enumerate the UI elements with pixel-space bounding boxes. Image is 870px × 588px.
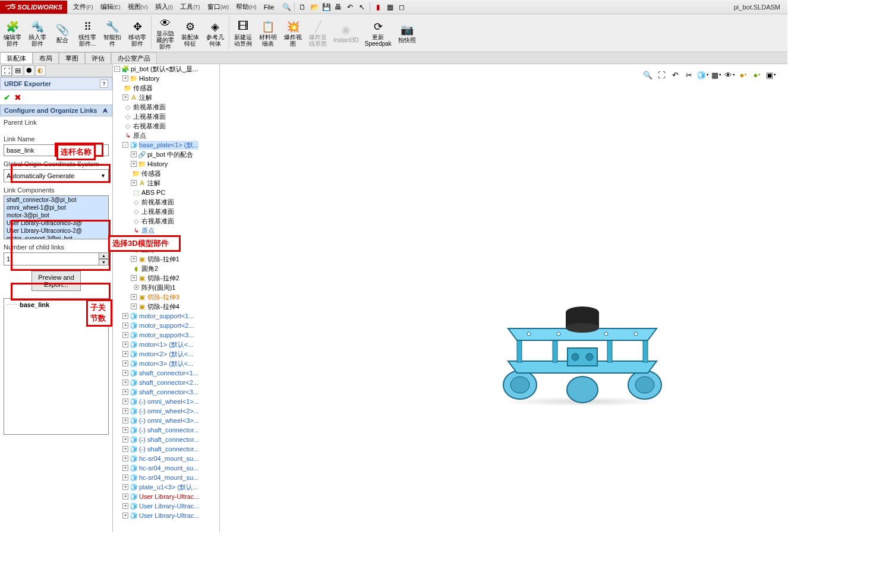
- menu-help[interactable]: 帮助(H): [232, 2, 260, 11]
- tree-item[interactable]: ◇前视基准面: [113, 102, 219, 112]
- tree-item[interactable]: ↳原点: [113, 131, 219, 140]
- tree-item[interactable]: 📁传感器: [113, 83, 219, 93]
- link-components-listbox[interactable]: shaft_connector-3@pi_bot omni_wheel-1@pi…: [4, 195, 109, 239]
- tree-item[interactable]: ◇上视基准面: [113, 112, 219, 121]
- edit-part-button[interactable]: 🧩编辑零 部件: [0, 14, 25, 52]
- tree-item[interactable]: +🧊(-) shaft_connector...: [113, 425, 219, 435]
- render-icon[interactable]: ▣: [765, 69, 777, 81]
- tree-item[interactable]: ⬚ABS PC: [113, 188, 219, 197]
- linear-pattern-button[interactable]: ⠿线性零 部件...: [75, 14, 100, 52]
- open-icon[interactable]: 📂: [309, 2, 320, 12]
- tree-item[interactable]: ⦿阵列(圆周)1: [113, 283, 219, 292]
- menu-file[interactable]: 文件(F): [70, 2, 97, 11]
- menu-window[interactable]: 窗口(W): [204, 2, 233, 11]
- tree-item[interactable]: +🧊motor<3> (默认<...: [113, 359, 219, 368]
- scene-icon[interactable]: ●: [751, 69, 763, 81]
- capture-icon[interactable]: ◻: [396, 2, 407, 12]
- tree-item[interactable]: +🧊(-) omni_wheel<3>...: [113, 416, 219, 425]
- expand-icon[interactable]: +: [122, 389, 128, 395]
- tree-item[interactable]: +🧊motor<2> (默认<...: [113, 349, 219, 359]
- spinner-up-icon[interactable]: ▲: [99, 252, 109, 259]
- expand-icon[interactable]: +: [122, 380, 128, 385]
- smart-fastener-button[interactable]: 🔧智能扣 件: [100, 14, 125, 52]
- menu-view[interactable]: 视图(V): [124, 2, 152, 11]
- cancel-icon[interactable]: ✖: [14, 93, 21, 102]
- link-tree-root[interactable]: base_link: [20, 301, 49, 308]
- menu-insert[interactable]: 插入(I): [152, 2, 177, 11]
- tree-item[interactable]: +📁History: [113, 159, 219, 169]
- new-motion-button[interactable]: 🎞新建运 动算例: [231, 14, 256, 52]
- tree-item[interactable]: +🔗pi_bot 中的配合: [113, 150, 219, 159]
- rebuild-icon[interactable]: ▮: [373, 2, 383, 12]
- tree-item[interactable]: +🧊(-) shaft_connector...: [113, 435, 219, 444]
- insert-part-button[interactable]: 🔩插入零 部件: [25, 14, 50, 52]
- expand-icon[interactable]: -: [122, 142, 128, 148]
- tree-item[interactable]: +🧊motor_support<1...: [113, 311, 219, 321]
- expand-icon[interactable]: +: [122, 484, 128, 490]
- exploded-button[interactable]: 💥爆炸视 图: [280, 14, 305, 52]
- tree-item[interactable]: +🧊(-) omni_wheel<1>...: [113, 397, 219, 406]
- tree-item[interactable]: +🧊motor_support<3...: [113, 330, 219, 340]
- ok-icon[interactable]: ✔: [4, 93, 11, 102]
- preview-export-button[interactable]: Preview and Export...: [31, 271, 81, 291]
- instant3d-button[interactable]: ◉Instant3D: [330, 14, 362, 52]
- expand-icon[interactable]: +: [122, 475, 128, 480]
- expand-icon[interactable]: +: [122, 399, 128, 404]
- tree-item[interactable]: +🧊(-) shaft_connector...: [113, 444, 219, 454]
- assembly-feat-button[interactable]: ⚙装配体 特征: [178, 14, 203, 52]
- select-icon[interactable]: ↖: [357, 2, 367, 12]
- tree-item[interactable]: +🧊hc-sr04_mount_su...: [113, 463, 219, 473]
- tree-item[interactable]: +▣切除-拉伸3: [113, 292, 219, 302]
- collapse-icon[interactable]: ⮝: [103, 108, 108, 113]
- expand-icon[interactable]: +: [131, 237, 137, 243]
- link-name-input[interactable]: [4, 144, 109, 156]
- expand-icon[interactable]: +: [122, 513, 128, 519]
- expand-icon[interactable]: +: [122, 351, 128, 357]
- tree-item[interactable]: +A注解: [113, 178, 219, 188]
- menu-file2[interactable]: File: [260, 4, 278, 11]
- expand-icon[interactable]: +: [122, 370, 128, 376]
- tree-item[interactable]: +A注解: [113, 93, 219, 102]
- ref-geom-button[interactable]: ◈参考几 何体: [203, 14, 228, 52]
- expand-icon[interactable]: +: [122, 332, 128, 338]
- expand-icon[interactable]: +: [131, 256, 137, 262]
- expand-icon[interactable]: +: [122, 418, 128, 423]
- snapshot-button[interactable]: 📷拍快照: [395, 14, 420, 52]
- num-child-input[interactable]: [4, 252, 99, 265]
- expand-icon[interactable]: +: [131, 151, 137, 157]
- tree-root[interactable]: -🧩pi_bot (默认<默认_显...: [113, 64, 219, 74]
- expand-icon[interactable]: +: [122, 361, 128, 366]
- tab-evaluate[interactable]: 评估: [85, 52, 111, 64]
- tree-item[interactable]: ◇上视基准面: [113, 207, 219, 216]
- view-orient-icon[interactable]: 🧊: [696, 69, 708, 81]
- menu-edit[interactable]: 编辑(E): [97, 2, 124, 11]
- tree-item[interactable]: +🧊shaft_connector<2...: [113, 378, 219, 387]
- expand-icon[interactable]: +: [122, 437, 128, 442]
- global-origin-combo[interactable]: Automatically Generate▼: [4, 169, 109, 182]
- show-hidden-button[interactable]: 👁显示隐 藏的零 部件: [153, 14, 178, 52]
- expand-icon[interactable]: +: [122, 342, 128, 347]
- tree-item[interactable]: +🧊motor<1> (默认<...: [113, 340, 219, 349]
- expand-icon[interactable]: +: [131, 304, 137, 309]
- expand-icon[interactable]: +: [122, 75, 128, 81]
- tree-item[interactable]: +🧊shaft_connector<1...: [113, 368, 219, 378]
- 3d-viewport[interactable]: 🔍 ⛶ ↶ ✂ 🧊 ▦ 👁 ● ● ▣: [220, 64, 787, 532]
- tree-item[interactable]: +🧊plate_u1<3> (默认...: [113, 482, 219, 492]
- section-icon[interactable]: ✂: [683, 69, 695, 81]
- tree-item[interactable]: +▣切除-拉伸2: [113, 273, 219, 283]
- tree-item[interactable]: ◇前视基准面: [113, 197, 219, 207]
- list-item[interactable]: shaft_connector-3@pi_bot: [4, 196, 108, 204]
- prev-view-icon[interactable]: ↶: [669, 69, 681, 81]
- search-icon[interactable]: 🔍: [281, 2, 292, 12]
- move-comp-button[interactable]: ✥移动零 部件: [125, 14, 150, 52]
- expand-icon[interactable]: +: [131, 275, 137, 281]
- undo-icon[interactable]: ↶: [345, 2, 355, 12]
- tree-item[interactable]: ◖圆角1: [113, 245, 219, 254]
- zoom-area-icon[interactable]: ⛶: [655, 69, 667, 81]
- expand-icon[interactable]: +: [122, 427, 128, 433]
- expand-icon[interactable]: -: [114, 66, 120, 72]
- help-icon[interactable]: ?: [100, 80, 108, 88]
- tree-item[interactable]: +▣切除-拉伸4: [113, 302, 219, 311]
- tree-item[interactable]: -🧊base_plate<1> (默...: [113, 140, 219, 150]
- menu-tools[interactable]: 工具(T): [176, 2, 204, 11]
